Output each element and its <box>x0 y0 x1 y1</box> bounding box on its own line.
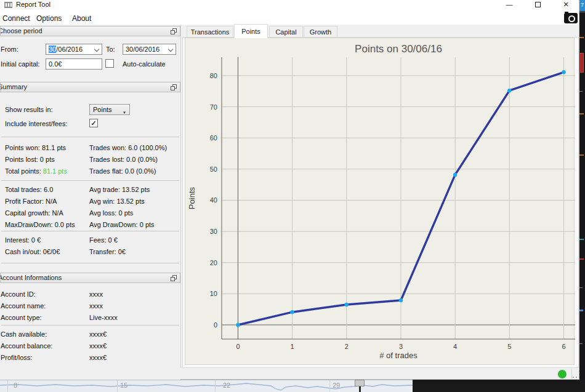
cash-in-out: Cash in/out: 0€/0€ <box>5 248 60 255</box>
avg-win: Avg win: 13.52 pts <box>89 198 145 205</box>
dropdown-arrow-icon: ▼ <box>123 108 126 118</box>
account-row: Account balance: xxxx€ <box>0 340 180 352</box>
svg-text:0: 0 <box>214 321 217 329</box>
to-date-input[interactable]: 30/06/2016 <box>123 44 176 55</box>
avg-trade: Avg trade: 13.52 pts <box>89 186 150 193</box>
float-panel-icon[interactable] <box>171 84 177 90</box>
bg-axis-label: 8 <box>14 382 17 389</box>
svg-text:70: 70 <box>210 103 217 111</box>
chart-ylabel: Points <box>187 57 196 339</box>
show-results-label: Show results in: <box>5 106 53 113</box>
tab-transactions[interactable]: Transactions <box>187 26 233 38</box>
chevron-down-icon[interactable] <box>94 47 99 52</box>
account-info-title: Account Informations <box>0 273 62 282</box>
background-chart-strip: 8 15 22 29 <box>0 380 413 392</box>
background-sparkline <box>0 380 413 392</box>
divider <box>1 137 179 137</box>
background-badge: 7 <box>579 0 585 11</box>
interest: Interest: 0 € <box>5 236 41 244</box>
panel-separator <box>180 25 181 368</box>
trades-won: Trades won: 6.0 (100.0%) <box>89 144 167 151</box>
svg-text:0: 0 <box>236 343 240 350</box>
total-trades: Total trades: 6.0 <box>5 186 53 193</box>
stat-row: Profit Factor: N/A Avg win: 13.52 pts <box>0 196 180 207</box>
connection-status-indicator <box>558 370 567 378</box>
choose-period-header: Choose period <box>0 26 180 36</box>
show-results-combobox[interactable]: Points ▼ <box>89 104 130 115</box>
stat-row: Points lost: 0 pts Trades lost: 0.0 (0.0… <box>0 154 180 166</box>
include-interest-label: Include interest/fees: <box>5 120 68 127</box>
profit-loss-label: Profit/loss: <box>1 354 32 361</box>
desktop: Report Tool — ✕ Connect Options About Ch… <box>0 0 585 392</box>
close-button[interactable]: ✕ <box>557 0 575 10</box>
from-date-input[interactable]: 30/06/2016 <box>46 44 102 55</box>
auto-calculate-checkbox[interactable] <box>105 59 114 68</box>
account-info-header: Account Informations <box>0 273 180 283</box>
left-panel: Choose period From: 30/06/2016 To: 30/06… <box>0 25 180 380</box>
svg-text:40: 40 <box>210 196 217 204</box>
float-panel-icon[interactable] <box>171 28 177 34</box>
svg-text:2: 2 <box>345 343 349 350</box>
stat-row: Cash in/out: 0€/0€ Transfer: 0€ <box>0 246 180 258</box>
background-cursor-line <box>359 386 361 392</box>
account-balance-value: xxxx€ <box>89 342 107 350</box>
titlebar[interactable]: Report Tool — ✕ <box>0 0 579 10</box>
window-title: Report Tool <box>16 1 50 8</box>
menu-connect[interactable]: Connect <box>0 13 33 24</box>
bg-gridline <box>117 380 118 392</box>
divider <box>1 180 179 181</box>
svg-text:30: 30 <box>210 228 217 235</box>
tab-growth[interactable]: Growth <box>304 26 337 38</box>
account-row: Account type: Live-xxxx <box>0 312 180 324</box>
summary-title: Summary <box>0 82 27 92</box>
stat-row: Total trades: 6.0 Avg trade: 13.52 pts <box>0 184 180 196</box>
statusbar-separator <box>571 369 572 378</box>
menu-options[interactable]: Options <box>34 13 64 24</box>
stat-row: MaxDrawDown: 0.0 pts Avg DrawDown: 0 pts <box>0 219 180 231</box>
account-name-value: xxxx <box>89 302 103 310</box>
total-points-value: 81.1 pts <box>43 167 67 175</box>
account-id-label: Account ID: <box>1 290 36 298</box>
stat-row: Interest: 0 € Fees: 0 € <box>0 234 180 246</box>
account-type-value: Live-xxxx <box>89 314 118 321</box>
trades-flat: Trades flat: 0.0 (0.0%) <box>89 167 156 175</box>
points-tab-page: Points on 30/06/16 Points # of trades 01… <box>182 37 579 368</box>
bg-gridline <box>329 380 330 392</box>
minimize-button[interactable]: — <box>501 0 518 10</box>
menubar: Connect Options About <box>0 11 493 25</box>
from-date-rest-text: /06/2016 <box>56 46 83 53</box>
cash-available-value: xxxx€ <box>89 330 107 338</box>
from-date-selected-text: 30 <box>49 46 56 53</box>
bg-axis-label: 22 <box>223 382 230 389</box>
app-icon <box>4 2 12 8</box>
cash-available-label: Cash available: <box>1 330 47 338</box>
account-name-label: Account name: <box>1 302 46 310</box>
to-date-text: 30/06/2016 <box>126 46 159 53</box>
transfer: Transfer: 0€ <box>89 248 126 255</box>
camera-icon[interactable] <box>564 13 578 23</box>
chevron-down-icon[interactable] <box>168 47 173 52</box>
tab-points[interactable]: Points <box>234 24 268 38</box>
account-row: Account ID: xxxx <box>0 289 180 300</box>
tab-capital[interactable]: Capital <box>269 26 303 38</box>
initial-capital-input[interactable]: 0.0€ <box>46 58 102 70</box>
svg-text:10: 10 <box>210 290 217 297</box>
to-label: To: <box>106 46 115 53</box>
float-panel-icon[interactable] <box>171 275 177 281</box>
total-points: Total points: 81.1 pts <box>5 167 67 175</box>
summary-header: Summary <box>0 82 180 92</box>
bg-gridline <box>7 380 8 392</box>
capital-growth: Capital growth: N/A <box>5 209 63 217</box>
avg-loss: Avg loss: 0 pts <box>89 209 133 217</box>
maximize-button[interactable] <box>529 0 546 10</box>
include-interest-checkbox[interactable]: ✓ <box>89 119 98 127</box>
account-row: Profit/loss: xxxx€ <box>0 352 180 364</box>
stat-row: Capital growth: N/A Avg loss: 0 pts <box>0 207 180 219</box>
choose-period-title: Choose period <box>0 26 42 36</box>
svg-text:4: 4 <box>453 343 457 350</box>
profit-loss-value: xxxx€ <box>89 354 107 361</box>
account-type-label: Account type: <box>1 314 42 321</box>
svg-text:80: 80 <box>210 72 217 79</box>
menu-about[interactable]: About <box>70 13 94 24</box>
background-app-sliver: 7 <box>579 0 585 380</box>
